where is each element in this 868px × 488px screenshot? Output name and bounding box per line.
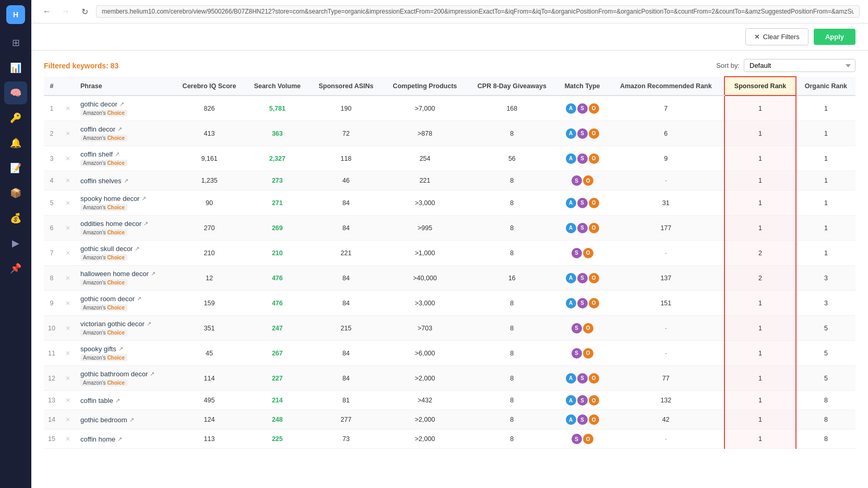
forward-button[interactable]: → [58, 4, 73, 19]
sidebar-item-cerebro[interactable]: 🧠 [4, 81, 27, 104]
col-competing-products[interactable]: Competing Products [383, 77, 467, 96]
row-amz-rank: - [608, 171, 724, 191]
col-sponsored-rank[interactable]: Sponsored Rank [724, 77, 795, 96]
remove-icon[interactable]: ✕ [64, 435, 72, 443]
row-remove[interactable]: ✕ [60, 96, 76, 121]
row-sponsored-rank: 1 [724, 121, 795, 146]
phrase-link[interactable]: victorian gothic decor [80, 320, 145, 328]
col-phrase[interactable]: Phrase [76, 77, 173, 96]
remove-icon[interactable]: ✕ [64, 324, 72, 332]
row-cpr: 8 [467, 341, 557, 366]
phrase-link[interactable]: spooky home decor [80, 195, 139, 203]
row-cpr: 16 [467, 266, 557, 291]
sidebar-item-inventory[interactable]: 📦 [4, 182, 27, 205]
row-remove[interactable]: ✕ [60, 291, 76, 316]
phrase-link[interactable]: coffin table [80, 397, 113, 404]
row-remove[interactable]: ✕ [60, 216, 76, 241]
row-remove[interactable]: ✕ [60, 146, 76, 171]
external-link-icon[interactable]: ↗ [120, 101, 124, 108]
reload-button[interactable]: ↻ [77, 4, 92, 19]
row-remove[interactable]: ✕ [60, 121, 76, 146]
phrase-link[interactable]: gothic skull decor [80, 245, 133, 253]
remove-icon[interactable]: ✕ [64, 374, 72, 383]
match-icon-a: A [566, 395, 576, 406]
sidebar-item-profits[interactable]: 💰 [4, 207, 27, 230]
phrase-link[interactable]: coffin decor [80, 125, 115, 133]
sidebar-item-keywords[interactable]: 🔑 [4, 106, 27, 129]
remove-icon[interactable]: ✕ [64, 274, 72, 282]
sidebar-item-alerts[interactable]: 🔔 [4, 132, 27, 154]
external-link-icon[interactable]: ↗ [117, 126, 122, 133]
phrase-link[interactable]: halloween home decor [80, 270, 149, 278]
row-sponsored-asins: 118 [310, 146, 383, 171]
remove-icon[interactable]: ✕ [64, 176, 72, 185]
sidebar-item-listing[interactable]: 📝 [4, 157, 27, 180]
external-link-icon[interactable]: ↗ [144, 220, 148, 227]
apply-button[interactable]: Apply [814, 29, 855, 45]
row-sponsored-asins: 81 [310, 391, 383, 410]
phrase-link[interactable]: gothic decor [80, 100, 117, 108]
back-button[interactable]: ← [40, 4, 54, 19]
row-remove[interactable]: ✕ [60, 366, 76, 391]
clear-filters-button[interactable]: ✕ Clear Filters [745, 28, 808, 45]
external-link-icon[interactable]: ↗ [115, 151, 120, 158]
sidebar-item-analytics[interactable]: 📊 [4, 56, 27, 79]
col-match-type[interactable]: Match Type [557, 77, 608, 96]
external-link-icon[interactable]: ↗ [135, 245, 139, 252]
phrase-link[interactable]: coffin shelves [80, 177, 122, 185]
external-link-icon[interactable]: ↗ [150, 371, 154, 377]
col-search-volume[interactable]: Search Volume [245, 77, 310, 96]
remove-icon[interactable]: ✕ [64, 199, 72, 207]
sidebar-item-follow[interactable]: 📌 [4, 257, 27, 280]
url-input[interactable] [96, 5, 860, 18]
phrase-link[interactable]: gothic room decor [80, 295, 135, 303]
remove-icon[interactable]: ✕ [64, 349, 72, 358]
row-organic-rank: 3 [796, 291, 855, 316]
remove-icon[interactable]: ✕ [64, 415, 72, 424]
row-remove[interactable]: ✕ [60, 430, 76, 449]
row-remove[interactable]: ✕ [60, 241, 76, 266]
external-link-icon[interactable]: ↗ [147, 320, 151, 327]
match-icon-o: O [583, 434, 593, 444]
phrase-link[interactable]: coffin home [80, 435, 115, 443]
phrase-link[interactable]: gothic bathroom decor [80, 370, 148, 378]
remove-icon[interactable]: ✕ [64, 224, 72, 232]
row-remove[interactable]: ✕ [60, 391, 76, 410]
row-cpr: 8 [467, 191, 557, 216]
row-remove[interactable]: ✕ [60, 410, 76, 430]
col-amz-rank[interactable]: Amazon Recommended Rank [608, 77, 724, 96]
external-link-icon[interactable]: ↗ [118, 346, 123, 352]
phrase-link[interactable]: oddities home decor [80, 220, 141, 228]
row-sponsored-rank: 2 [724, 241, 795, 266]
phrase-link[interactable]: spooky gifts [80, 345, 116, 353]
row-iq-score: 9,161 [173, 146, 245, 171]
external-link-icon[interactable]: ↗ [115, 397, 120, 404]
sidebar-item-ads[interactable]: ▶ [4, 232, 27, 255]
remove-icon[interactable]: ✕ [64, 249, 72, 257]
remove-icon[interactable]: ✕ [64, 299, 72, 307]
remove-icon[interactable]: ✕ [64, 154, 72, 163]
row-remove[interactable]: ✕ [60, 171, 76, 191]
sort-select[interactable]: Default Cerebro IQ Score Search Volume S… [744, 59, 855, 72]
sidebar-item-dashboard[interactable]: ⊞ [4, 31, 27, 54]
external-link-icon[interactable]: ↗ [137, 295, 141, 302]
row-remove[interactable]: ✕ [60, 191, 76, 216]
external-link-icon[interactable]: ↗ [141, 195, 146, 202]
external-link-icon[interactable]: ↗ [129, 416, 134, 423]
phrase-link[interactable]: gothic bedroom [80, 416, 127, 424]
row-remove[interactable]: ✕ [60, 316, 76, 341]
col-iq-score[interactable]: Cerebro IQ Score [173, 77, 245, 96]
external-link-icon[interactable]: ↗ [117, 436, 122, 443]
col-organic-rank[interactable]: Organic Rank [796, 77, 855, 96]
row-num: 8 [44, 266, 60, 291]
col-cpr[interactable]: CPR 8-Day Giveaways [467, 77, 557, 96]
row-remove[interactable]: ✕ [60, 266, 76, 291]
col-sponsored-asins[interactable]: Sponsored ASINs [310, 77, 383, 96]
remove-icon[interactable]: ✕ [64, 396, 72, 404]
external-link-icon[interactable]: ↗ [124, 177, 128, 184]
remove-icon[interactable]: ✕ [64, 104, 72, 113]
external-link-icon[interactable]: ↗ [151, 270, 156, 277]
phrase-link[interactable]: coffin shelf [80, 150, 113, 158]
row-remove[interactable]: ✕ [60, 341, 76, 366]
remove-icon[interactable]: ✕ [64, 129, 72, 138]
